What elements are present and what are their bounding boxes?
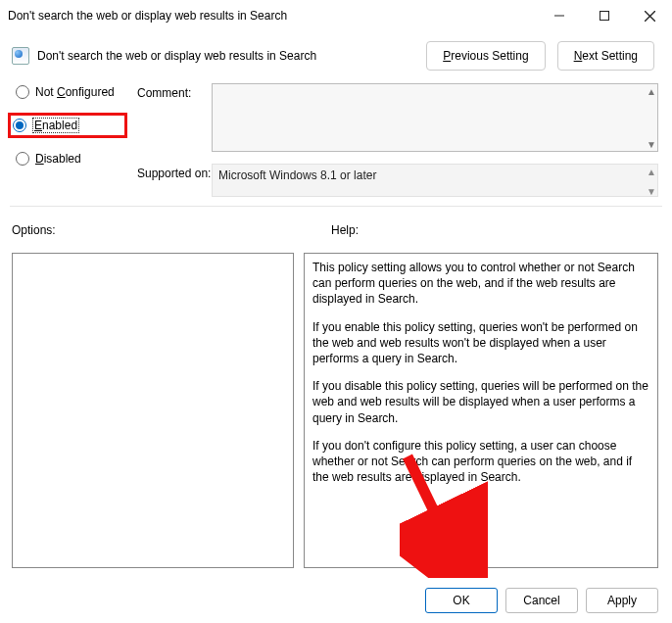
help-paragraph: If you disable this policy setting, quer… xyxy=(312,378,649,426)
radio-icon xyxy=(16,152,29,166)
close-button[interactable] xyxy=(627,1,672,30)
supported-on-label: Supported on: xyxy=(137,167,211,180)
previous-setting-button[interactable]: Previous Setting xyxy=(426,41,545,71)
state-radio-group: Not Configured Enabled Disabled xyxy=(12,83,120,179)
radio-icon xyxy=(16,85,29,99)
next-setting-button[interactable]: Next Setting xyxy=(557,41,654,71)
maximize-button[interactable] xyxy=(582,1,627,30)
help-panel: This policy setting allows you to contro… xyxy=(304,253,658,568)
help-label: Help: xyxy=(331,223,359,237)
scroll-down-icon[interactable]: ▼ xyxy=(647,139,656,150)
scroll-up-icon[interactable]: ▲ xyxy=(647,167,656,177)
supported-on-value: Microsoft Windows 8.1 or later xyxy=(212,164,658,197)
help-paragraph: If you don't configure this policy setti… xyxy=(312,438,649,486)
policy-title: Don't search the web or display web resu… xyxy=(37,49,418,63)
radio-label: Disabled xyxy=(35,152,81,166)
window-title: Don't search the web or display web resu… xyxy=(8,9,537,23)
help-paragraph: If you enable this policy setting, queri… xyxy=(312,319,649,367)
radio-icon xyxy=(13,119,26,132)
options-panel xyxy=(12,253,294,568)
comment-input[interactable] xyxy=(212,83,658,152)
options-label: Options: xyxy=(12,223,56,237)
cancel-button[interactable]: Cancel xyxy=(505,588,578,613)
policy-icon xyxy=(12,47,29,65)
minimize-button[interactable] xyxy=(537,1,582,30)
radio-not-configured[interactable]: Not Configured xyxy=(12,83,120,101)
radio-disabled[interactable]: Disabled xyxy=(12,150,120,168)
radio-label: Not Configured xyxy=(35,85,115,99)
comment-label: Comment: xyxy=(137,86,191,100)
section-divider xyxy=(10,206,662,207)
scroll-up-icon[interactable]: ▲ xyxy=(647,86,656,97)
help-paragraph: This policy setting allows you to contro… xyxy=(312,260,649,308)
dialog-footer: OK Cancel Apply xyxy=(0,588,672,613)
header-row: Don't search the web or display web resu… xyxy=(0,31,672,74)
ok-button[interactable]: OK xyxy=(425,588,498,613)
scroll-down-icon[interactable]: ▼ xyxy=(647,186,656,197)
radio-enabled[interactable]: Enabled xyxy=(8,113,127,138)
svg-rect-1 xyxy=(600,12,609,21)
titlebar: Don't search the web or display web resu… xyxy=(0,0,672,31)
radio-label: Enabled xyxy=(32,119,79,132)
apply-button[interactable]: Apply xyxy=(586,588,658,613)
